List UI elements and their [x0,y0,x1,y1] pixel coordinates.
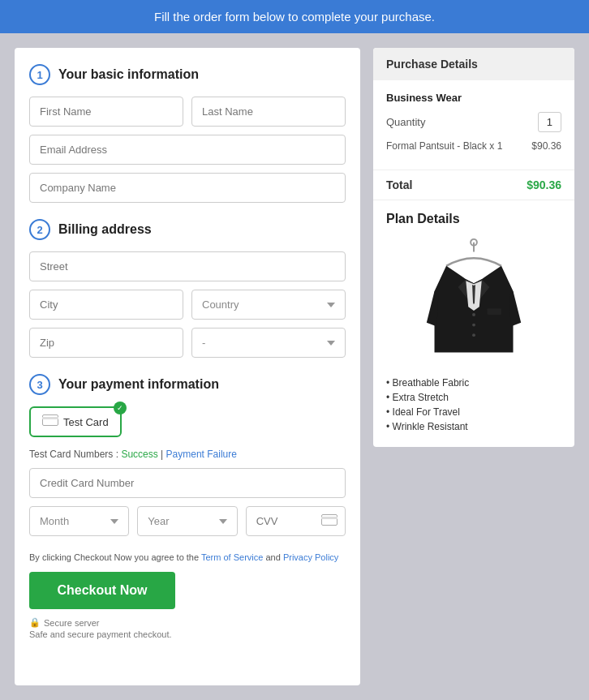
item-name: Formal Pantsuit - Black x 1 [386,140,531,152]
right-panel: Purchase Details Business Wear Quantity … [373,48,574,447]
card-check-icon: ✓ [114,402,127,414]
purchase-body: Business Wear Quantity 1 Formal Pantsuit… [373,80,574,170]
year-wrapper: Year 2024 2025 2026 2027 2028 [137,506,237,536]
test-card-info: Test Card Numbers : Success | Payment Fa… [29,449,346,460]
item-row: Formal Pantsuit - Black x 1 $90.36 [386,140,561,158]
svg-rect-1 [42,417,58,419]
quantity-box: 1 [538,112,561,132]
company-row [29,173,346,203]
first-name-wrapper [29,97,183,127]
payment-heading: 3 Your payment information [29,374,346,395]
svg-point-6 [472,313,475,316]
payment-method-row: ✓ Test Card [29,406,346,437]
total-amount: $90.36 [527,178,561,191]
main-content: 1 Your basic information [0,33,589,700]
left-panel: 1 Your basic information [15,48,360,685]
tos-link[interactable]: Term of Service [201,552,263,562]
state-select[interactable]: - [191,328,346,358]
country-select[interactable]: Country United States United Kingdom Can… [191,290,346,320]
payment-title: Your payment information [58,377,219,392]
year-select[interactable]: Year 2024 2025 2026 2027 2028 [137,506,237,536]
month-select[interactable]: Month 01 02 03 04 05 06 07 08 09 10 11 [29,506,129,536]
billing-section: 2 Billing address Country United States [29,219,346,358]
total-row: Total $90.36 [373,170,574,200]
secure-payment-text: Safe and secure payment checkout. [29,629,346,639]
first-name-input[interactable] [29,97,183,127]
city-input[interactable] [29,290,183,320]
checkout-button[interactable]: Checkout Now [29,572,175,609]
last-name-input[interactable] [191,97,346,127]
street-row [29,251,346,281]
success-link[interactable]: Success [121,449,157,460]
company-input[interactable] [29,173,346,203]
cvv-card-icon [321,514,337,529]
svg-rect-3 [321,517,337,519]
zip-state-row: - [29,328,346,358]
secure-info: 🔒 Secure server Safe and secure payment … [29,617,346,639]
plan-feature-item: Extra Stretch [386,392,561,403]
plan-details-section: Plan Details [373,200,574,447]
basic-info-heading: 1 Your basic information [29,64,346,85]
top-banner: Fill the order form below to complete yo… [0,0,589,33]
billing-title: Billing address [58,222,152,237]
quantity-row: Quantity 1 [386,112,561,132]
zip-input[interactable] [29,328,183,358]
svg-rect-2 [321,514,337,525]
country-wrapper: Country United States United Kingdom Can… [191,290,346,320]
payment-section: 3 Your payment information ✓ Test C [29,374,346,536]
plan-feature-item: Ideal For Travel [386,406,561,418]
zip-wrapper [29,328,183,358]
item-price: $90.36 [531,140,561,152]
city-country-row: Country United States United Kingdom Can… [29,290,346,320]
banner-text: Fill the order form below to complete yo… [154,10,435,24]
suit-image [421,236,527,366]
failure-link[interactable]: Payment Failure [166,449,237,460]
plan-feature-item: Wrinkle Resistant [386,421,561,432]
plan-features-list: Breathable FabricExtra StretchIdeal For … [386,377,561,432]
svg-rect-9 [487,308,501,315]
test-card-option[interactable]: ✓ Test Card [29,406,122,437]
test-card-label: Test Card [63,416,109,428]
plan-feature-item: Breathable Fabric [386,377,561,389]
cc-number-row [29,468,346,498]
section-number-2: 2 [29,219,50,240]
business-wear-title: Business Wear [386,92,561,104]
email-input[interactable] [29,135,346,165]
name-row [29,97,346,127]
cvv-row: Month 01 02 03 04 05 06 07 08 09 10 11 [29,506,346,536]
secure-server-text: Secure server [44,618,99,628]
city-wrapper [29,290,183,320]
basic-info-title: Your basic information [58,67,199,82]
test-card-prefix: Test Card Numbers : [29,449,121,460]
total-label: Total [386,178,412,191]
basic-info-section: 1 Your basic information [29,64,346,203]
quantity-label: Quantity [386,116,425,128]
page-wrapper: Fill the order form below to complete yo… [0,0,589,700]
lock-icon: 🔒 [29,617,41,628]
section-number-3: 3 [29,374,50,395]
purchase-details-header: Purchase Details [373,48,574,80]
svg-rect-0 [43,415,58,426]
cvv-wrapper [246,506,346,536]
month-wrapper: Month 01 02 03 04 05 06 07 08 09 10 11 [29,506,129,536]
email-row [29,135,346,165]
svg-point-8 [472,333,475,337]
section-number-1: 1 [29,64,50,85]
privacy-link[interactable]: Privacy Policy [283,552,338,562]
suit-image-container [386,236,561,366]
secure-line-1: 🔒 Secure server [29,617,346,628]
cc-number-input[interactable] [29,468,346,498]
credit-card-icon [42,414,58,429]
state-wrapper: - [191,328,346,358]
billing-heading: 2 Billing address [29,219,346,240]
plan-details-title: Plan Details [386,212,561,226]
street-input[interactable] [29,251,346,281]
svg-point-7 [472,324,475,327]
last-name-wrapper [191,97,346,127]
terms-text: By clicking Checkout Now you agree to th… [29,552,346,562]
